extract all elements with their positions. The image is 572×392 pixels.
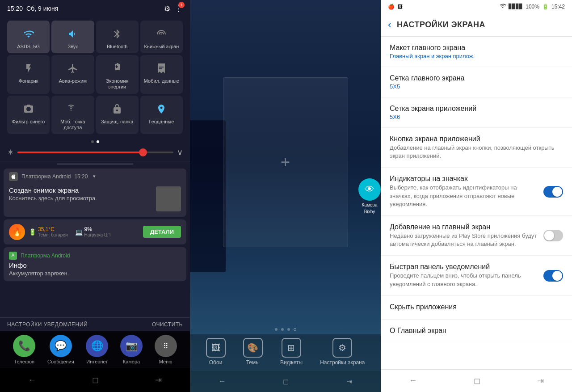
clear-notif-button[interactable]: ОЧИСТИТЬ xyxy=(152,321,183,328)
settings-item-badges[interactable]: Индикаторы на значках Выберите, как отоб… xyxy=(381,168,572,216)
themes-label: Темы xyxy=(246,359,260,366)
settings-item-app-grid[interactable]: Сетка экрана приложений 5X6 xyxy=(381,97,572,128)
battery-icon: 🔋 xyxy=(29,228,36,236)
settings-notif-button[interactable]: НАСТРОЙКИ УВЕДОМЛЕНИЙ xyxy=(7,321,88,328)
cpu-icon: 💻 xyxy=(75,228,83,236)
airplane-icon xyxy=(65,60,81,76)
settings-signal-icon: ▊▊▊▊ xyxy=(509,4,523,9)
menu-icon[interactable]: ⋮ 1 xyxy=(175,4,183,13)
quick-settings-grid: ASUS_5G Звук Bluetooth Книжный экран Ф xyxy=(0,17,190,138)
settings-home-btn[interactable]: ◻ xyxy=(465,374,489,388)
settings-app-icon: 🍎 xyxy=(388,4,395,10)
qs-secure[interactable]: Защищ. папка xyxy=(96,96,139,134)
camera-dock-icon: 📷 xyxy=(120,335,143,357)
settings-item-add-home[interactable]: Добавление на главный экран Недавно загр… xyxy=(381,216,572,256)
qs-battery[interactable]: Экономия энергии xyxy=(96,55,139,93)
home-menu-themes[interactable]: 🎨 Темы xyxy=(243,338,263,366)
qs-airplane-label: Авиа-режим xyxy=(59,78,87,84)
settings-wifi-icon xyxy=(500,3,506,10)
qs-geodata-label: Геоданные xyxy=(149,119,174,125)
brightness-slider[interactable] xyxy=(17,152,173,153)
dock-camera[interactable]: 📷 Камера xyxy=(120,335,143,364)
notifications-list: Платформа Android 15:20 ▾ Создан снимок … xyxy=(0,167,190,317)
notif-footer: НАСТРОЙКИ УВЕДОМЛЕНИЙ ОЧИСТИТЬ xyxy=(0,317,190,331)
qs-reader-label: Книжный экран xyxy=(144,44,179,50)
app-button-title: Кнопка экрана приложений xyxy=(390,135,563,143)
home-menu-wallpaper[interactable]: 🖼 Обои xyxy=(206,338,226,366)
qs-dot-2[interactable] xyxy=(97,140,99,143)
qs-airplane[interactable]: Авиа-режим xyxy=(51,55,94,93)
settings-page-title: НАСТРОЙКИ ЭКРАНА xyxy=(397,20,485,30)
notification-panel: 15:20 Сб, 9 июня ⚙ ⋮ 1 ASUS_5G Звук xyxy=(0,0,190,392)
qs-battery-label: Экономия энергии xyxy=(98,78,137,90)
settings-battery-label: 100% xyxy=(526,4,539,10)
settings-item-home-grid[interactable]: Сетка главного экрана 5X5 xyxy=(381,67,572,97)
settings-back-button[interactable]: ‹ xyxy=(388,18,391,31)
time-label: 15:20 xyxy=(7,5,23,12)
qs-bluetooth[interactable]: Bluetooth xyxy=(96,21,139,53)
settings-recent-btn[interactable]: ⇥ xyxy=(528,374,553,388)
android-platform-icon xyxy=(9,172,18,181)
gear-icon[interactable]: ⚙ xyxy=(164,4,170,13)
add-home-toggle[interactable] xyxy=(543,230,563,241)
home-dot-add[interactable] xyxy=(294,328,296,331)
settings-back-btn[interactable]: ← xyxy=(400,374,426,388)
add-screen-button[interactable]: + xyxy=(281,153,290,172)
settings-item-quick-panel[interactable]: Быстрая панель уведомлений Проведите пал… xyxy=(381,256,572,295)
home-recent-btn[interactable]: ⇥ xyxy=(339,375,359,388)
dock-phone[interactable]: 📞 Телефон xyxy=(13,335,35,364)
battery-details-button[interactable]: ДЕТАЛИ xyxy=(143,226,181,238)
settings-items-list: Макет главного экрана Главный экран и эк… xyxy=(381,37,572,369)
wifi-icon xyxy=(21,26,37,42)
app-dock: 📞 Телефон 💬 Сообщения 🌐 Интернет 📷 Камер… xyxy=(0,331,190,368)
quick-panel-toggle[interactable] xyxy=(543,270,563,282)
qs-geodata[interactable]: Геоданные xyxy=(140,96,183,134)
home-home-btn[interactable]: ◻ xyxy=(276,375,296,388)
brightness-chevron[interactable]: ∨ xyxy=(177,148,183,157)
dock-messages[interactable]: 💬 Сообщения xyxy=(47,335,74,364)
settings-status-right: ▊▊▊▊ 100% 🔋 15:42 xyxy=(500,3,565,10)
settings-item-app-button[interactable]: Кнопка экрана приложений Добавление на г… xyxy=(381,128,572,168)
qs-bluelight[interactable]: Фильтр синего xyxy=(7,96,50,134)
dock-phone-label: Телефон xyxy=(14,359,35,364)
status-bar-right: ⚙ ⋮ 1 xyxy=(164,4,183,13)
hotspot-icon xyxy=(65,101,81,117)
qs-sound[interactable]: Звук xyxy=(51,21,94,53)
brightness-thumb xyxy=(139,148,147,156)
screenshot-notification[interactable]: Платформа Android 15:20 ▾ Создан снимок … xyxy=(4,169,186,217)
battery-notification[interactable]: 🔥 🔋 35,1°C Темп. батареи 💻 9% Нагруз xyxy=(4,219,186,244)
widgets-icon: ⊞ xyxy=(282,338,301,358)
secure-folder-icon xyxy=(109,101,125,117)
qs-reader[interactable]: Книжный экран xyxy=(140,21,183,53)
load-label: Нагрузка ЦП xyxy=(84,232,111,237)
qs-dot-1[interactable] xyxy=(91,140,94,143)
battery-save-icon xyxy=(109,60,125,76)
battery-info: 🔋 35,1°C Темп. батареи 💻 9% Нагрузка ЦП xyxy=(29,226,139,237)
info-notification[interactable]: A Платформа Android Инфо Аккумулятор зар… xyxy=(4,247,186,281)
panel1-back-btn[interactable]: ← xyxy=(25,372,40,388)
app-button-desc: Добавление на главный экран кнопки, позв… xyxy=(390,144,563,160)
panel1-recent-btn[interactable]: ⇥ xyxy=(151,371,165,388)
screen-settings-label: Настройки экрана xyxy=(320,359,365,366)
load-value: 9% xyxy=(84,226,111,232)
dock-menu-label: Меню xyxy=(159,359,172,364)
dock-internet[interactable]: 🌐 Интернет xyxy=(86,335,108,364)
dock-menu[interactable]: ⠿ Меню xyxy=(155,335,177,364)
qs-wifi[interactable]: ASUS_5G xyxy=(7,21,50,53)
settings-item-home-layout[interactable]: Макет главного экрана Главный экран и эк… xyxy=(381,37,572,67)
badges-toggle[interactable] xyxy=(543,186,563,198)
screenshot-thumb xyxy=(156,186,181,211)
home-menu-widgets[interactable]: ⊞ Виджеты xyxy=(280,338,303,366)
qs-flashlight[interactable]: Фонарик xyxy=(7,55,50,93)
app-grid-sub: 5X6 xyxy=(390,114,563,120)
home-back-btn[interactable]: ← xyxy=(211,375,233,388)
panel1-home-btn[interactable]: ◻ xyxy=(88,371,102,388)
home-menu-screen-settings[interactable]: ⚙ Настройки экрана xyxy=(320,338,365,366)
bluelight-filter-icon xyxy=(21,101,37,117)
settings-item-hide-apps[interactable]: Скрыть приложения xyxy=(381,296,572,320)
home-grid-sub: 5X5 xyxy=(390,83,563,90)
qs-mobile[interactable]: Мобил. данные xyxy=(140,55,183,93)
settings-item-about-home[interactable]: О Главный экран xyxy=(381,320,572,343)
notif-text: Коснитесь здесь для просмотра. xyxy=(9,195,97,202)
qs-hotspot[interactable]: Моб. точка доступа xyxy=(51,96,94,134)
